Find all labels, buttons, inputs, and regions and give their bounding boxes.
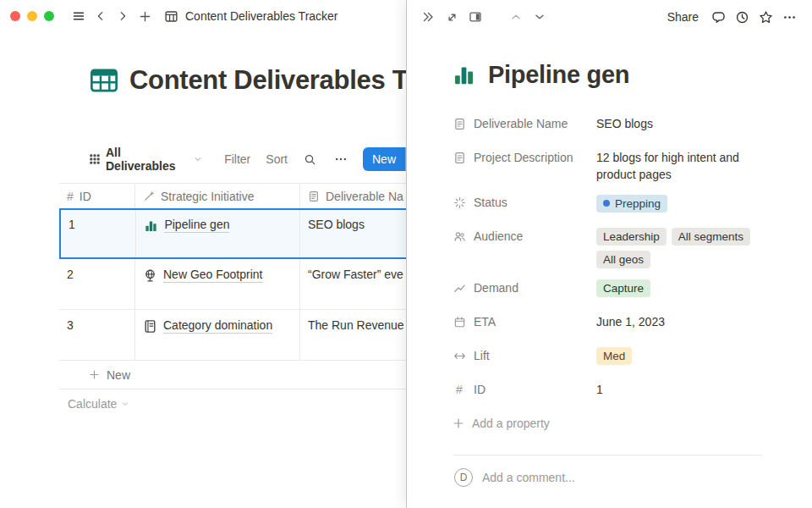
hash-icon: # (67, 190, 74, 203)
property-label[interactable]: Project Description (453, 143, 596, 172)
favorite-star-icon[interactable] (754, 6, 776, 28)
column-header-deliverable-name[interactable]: Deliverable Na (300, 184, 407, 208)
more-options-icon[interactable] (330, 148, 352, 170)
demand-tag[interactable]: Capture (596, 279, 650, 297)
property-value[interactable]: June 1, 2023 (596, 307, 763, 330)
side-peek-layout-icon[interactable] (464, 6, 486, 28)
page-title[interactable]: Content Deliverables T (129, 65, 407, 96)
property-name: Audience (474, 229, 523, 243)
close-peek-double-chevron-icon[interactable] (417, 6, 439, 28)
updates-clock-icon[interactable] (731, 6, 753, 28)
audience-tag[interactable]: All segments (672, 228, 750, 246)
property-name: Project Description (474, 151, 573, 164)
property-row-project-description: Project Description 12 blogs for high in… (453, 143, 763, 183)
cell-id[interactable]: 2 (59, 259, 135, 309)
page-link[interactable]: New Geo Footprint (143, 268, 292, 283)
property-label[interactable]: Deliverable Name (453, 109, 596, 138)
cell-id[interactable]: 3 (59, 310, 135, 360)
search-icon[interactable] (299, 148, 321, 170)
table-row[interactable]: 3 Category domination The Run Revenue S (59, 310, 407, 361)
cell-deliverable[interactable]: The Run Revenue S (300, 310, 407, 360)
add-property-button[interactable]: Add a property (453, 409, 763, 438)
chevron-down-icon (194, 155, 202, 163)
minimize-window-button[interactable] (27, 11, 37, 21)
column-header-strategic-initiative[interactable]: Strategic Initiative (135, 184, 300, 208)
property-row-demand: Demand Capture (453, 273, 763, 302)
table-header-row: # ID Strategic Initiative Deliverable (59, 183, 407, 209)
property-name: ID (474, 383, 486, 396)
expand-full-page-icon[interactable] (441, 6, 463, 28)
previous-record-chevron-up-icon[interactable] (505, 6, 527, 28)
close-window-button[interactable] (10, 11, 20, 21)
table-row[interactable]: 2 New Geo Footprint “Grow Faster” eve (59, 259, 407, 310)
property-row-status: Status Prepping (453, 188, 763, 217)
property-row-lift: Lift Med (453, 341, 763, 370)
filter-button[interactable]: Filter (224, 152, 250, 166)
zoom-window-button[interactable] (44, 11, 54, 21)
property-value[interactable]: SEO blogs (596, 109, 763, 132)
table-row[interactable]: 1 Pipeline gen SEO blogs (59, 208, 407, 259)
status-pill[interactable]: Prepping (596, 195, 667, 213)
cell-strategic-initiative[interactable]: Category domination (135, 310, 300, 360)
comment-input[interactable] (482, 471, 761, 484)
text-icon (453, 151, 466, 164)
next-record-chevron-down-icon[interactable] (529, 6, 551, 28)
property-value[interactable]: Leadership All segments All geos (596, 222, 763, 268)
property-label[interactable]: Lift (453, 341, 596, 370)
property-label[interactable]: Status (453, 188, 596, 217)
property-value[interactable]: Capture (596, 273, 763, 297)
property-value[interactable]: Prepping (596, 188, 763, 213)
app-window: Content Deliverables Tracker Content Del… (0, 0, 812, 508)
peek-page-title[interactable]: Pipeline gen (488, 61, 629, 89)
audience-tag[interactable]: All geos (596, 251, 650, 268)
new-button-label[interactable]: New (363, 147, 405, 171)
traffic-lights (10, 11, 54, 21)
peek-panel: Share Pipeline gen (407, 0, 812, 508)
calendar-icon (453, 315, 466, 329)
cell-deliverable[interactable]: “Grow Faster” eve (300, 259, 407, 309)
property-row-eta: ETA June 1, 2023 (453, 307, 763, 336)
back-chevron-icon[interactable] (90, 5, 112, 27)
forward-chevron-icon[interactable] (112, 5, 134, 27)
comments-icon[interactable] (707, 6, 729, 28)
property-name: Status (474, 196, 508, 209)
property-row-id: # ID 1 (453, 375, 763, 404)
window-tab[interactable]: Content Deliverables Tracker (164, 9, 338, 24)
view-name: All Deliverables (106, 146, 189, 173)
cell-deliverable[interactable]: SEO blogs (300, 210, 407, 257)
property-label[interactable]: # ID (453, 375, 596, 404)
more-options-icon[interactable] (778, 6, 800, 28)
sidebar-menu-icon[interactable] (68, 5, 90, 27)
property-value[interactable]: 1 (596, 375, 763, 398)
comment-section: D (453, 455, 763, 500)
property-value[interactable]: 12 blogs for high intent and product pag… (596, 143, 763, 183)
lift-tag[interactable]: Med (596, 347, 632, 365)
column-header-id[interactable]: # ID (59, 184, 135, 208)
new-tab-plus-icon[interactable] (134, 5, 156, 27)
audience-tag[interactable]: Leadership (596, 228, 667, 246)
trend-chart-icon (453, 281, 466, 295)
page-link[interactable]: Category domination (143, 318, 292, 334)
new-record-button[interactable]: New (363, 147, 407, 171)
property-row-deliverable-name: Deliverable Name SEO blogs (453, 109, 763, 138)
table-new-row-button[interactable]: New (59, 361, 407, 389)
property-label[interactable]: Audience (453, 222, 596, 251)
property-label[interactable]: ETA (453, 307, 596, 336)
cell-strategic-initiative[interactable]: New Geo Footprint (135, 259, 300, 309)
cell-id[interactable]: 1 (61, 210, 136, 257)
cell-strategic-initiative[interactable]: Pipeline gen (136, 210, 300, 257)
view-switcher[interactable]: All Deliverables (89, 146, 202, 173)
text-icon (453, 117, 466, 130)
tab-page-icon (164, 9, 178, 24)
page-icon-bar-chart[interactable] (453, 64, 475, 86)
journal-icon (143, 319, 157, 334)
property-row-audience: Audience Leadership All segments All geo… (453, 222, 763, 268)
page-link[interactable]: Pipeline gen (144, 218, 292, 233)
sort-button[interactable]: Sort (266, 152, 288, 166)
property-value[interactable]: Med (596, 341, 763, 365)
share-button[interactable]: Share (661, 10, 705, 24)
property-label[interactable]: Demand (453, 273, 596, 302)
page-icon-table[interactable] (89, 65, 119, 96)
calculate-button[interactable]: Calculate (59, 389, 407, 418)
avatar: D (454, 468, 473, 487)
